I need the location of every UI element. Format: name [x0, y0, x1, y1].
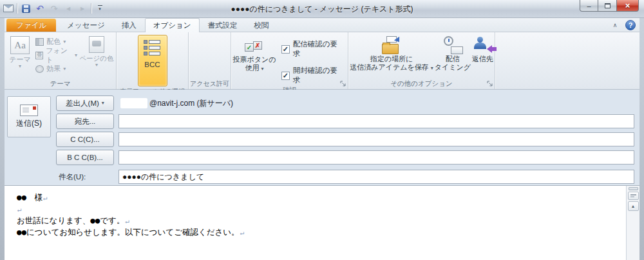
- delay-delivery-icon: [442, 36, 464, 54]
- ribbon-group-tracking: ✓ ✗ 投票ボタンの 使用 ▾ ✓ 配信確認の要求: [231, 32, 348, 89]
- from-button[interactable]: 差出人(M) ▾: [56, 95, 114, 111]
- chevron-down-icon: ▾: [19, 64, 21, 69]
- subject-row: 件名(U):: [56, 169, 634, 185]
- group-label-themes: テーマ: [6, 79, 115, 89]
- ribbon: Aa テーマ ▾ 配色 ▾ 亜 フォント: [5, 32, 639, 90]
- bcc-input[interactable]: [118, 150, 634, 165]
- delay-delivery-button[interactable]: 配信 タイミング: [435, 34, 470, 79]
- maximize-button[interactable]: [598, 0, 616, 12]
- cc-row: C C(C)...: [56, 132, 634, 147]
- bcc-icon: [144, 39, 162, 58]
- window-title: ●●●●の件につきまして - メッセージ (テキスト形式): [0, 4, 644, 15]
- ruler-toggle-icon[interactable]: [628, 192, 639, 200]
- message-body-editor[interactable]: ●● 様↵ ↵ お世話になります、●●です。↵ ●●についてお知らせします。以下…: [5, 186, 626, 260]
- delivery-receipt-checkbox[interactable]: ✓: [281, 45, 290, 54]
- theme-effects-button[interactable]: 効果 ▾: [34, 63, 79, 74]
- cc-button[interactable]: C C(C)...: [56, 132, 114, 147]
- theme-effects-icon: [35, 65, 44, 73]
- chevron-down-icon: ▾: [63, 39, 66, 45]
- send-button[interactable]: 送信(S): [7, 96, 51, 137]
- page-color-button[interactable]: ページの色 ▾: [79, 34, 115, 79]
- chevron-down-icon: ▾: [431, 65, 433, 71]
- group-label-permission: アクセス許可: [190, 79, 229, 89]
- theme-fonts-icon: 亜: [35, 52, 43, 59]
- chevron-down-icon: ▾: [63, 66, 66, 72]
- from-row: 差出人(M) ▾ @navit-j.com (新サーバ): [56, 95, 634, 111]
- ribbon-tab-row: ファイル メッセージ 挿入 オプション 書式設定 校閲 ∧ ?: [5, 18, 639, 32]
- voting-buttons-icon: ✓ ✗: [243, 37, 265, 54]
- cc-input[interactable]: [118, 132, 634, 146]
- ribbon-empty-space: [495, 32, 639, 89]
- from-account-redacted: [120, 98, 147, 108]
- return-mark-icon: ↵: [125, 217, 129, 225]
- tab-options[interactable]: オプション: [145, 18, 200, 32]
- page-color-icon: [89, 36, 104, 53]
- more-options-dialog-launcher-icon[interactable]: [486, 80, 494, 88]
- collapse-ribbon-icon[interactable]: ∧: [610, 22, 620, 28]
- delivery-receipt-checkbox-row[interactable]: ✓ 配信確認の要求: [281, 39, 344, 59]
- tracking-dialog-launcher-icon[interactable]: [339, 80, 347, 88]
- send-icon: [20, 105, 38, 116]
- bcc-row: B C C(B)...: [56, 150, 634, 165]
- body-line: お世話になります、●●です。↵: [17, 215, 621, 226]
- chevron-down-icon: ▾: [95, 63, 98, 68]
- body-line: ●● 様↵: [17, 192, 621, 203]
- ribbon-group-permission: アクセス許可: [189, 32, 231, 89]
- theme-colors-icon: [35, 38, 44, 46]
- to-button[interactable]: 宛先...: [56, 114, 114, 129]
- chevron-down-icon: ▾: [261, 66, 264, 72]
- delivery-receipt-label: 配信確認の要求: [293, 39, 344, 59]
- titlebar: ↶ ↷ ◀ ▶ ▾ ●●●●の件につきまして - メッセージ (テキスト形式) …: [0, 0, 644, 18]
- split-handle[interactable]: [629, 187, 638, 190]
- maximize-icon: [605, 3, 611, 8]
- close-button[interactable]: ×: [616, 0, 639, 12]
- to-row: 宛先...: [56, 114, 634, 129]
- help-icon[interactable]: ?: [625, 20, 636, 30]
- vertical-scrollbar[interactable]: ▲: [626, 186, 639, 260]
- body-line: ↵: [17, 203, 621, 215]
- chevron-down-icon: ▾: [102, 101, 104, 106]
- save-sent-item-button[interactable]: 指定の場所に 送信済みアイテムを保存 ▾: [348, 34, 435, 79]
- window-controls: – ×: [580, 0, 639, 12]
- tab-format[interactable]: 書式設定: [200, 19, 246, 32]
- message-header-form: 送信(S) 差出人(M) ▾ @navit-j.com (新サーバ) 宛先...: [5, 90, 639, 186]
- read-receipt-label: 開封確認の要求: [293, 66, 344, 85]
- scroll-up-icon[interactable]: ▲: [628, 201, 639, 211]
- body-line: ●●についてお知らせします。以下についてご確認ください。↵: [17, 226, 621, 238]
- themes-icon: Aa: [10, 36, 30, 54]
- return-mark-icon: ↵: [17, 205, 22, 214]
- ribbon-group-more-options: 指定の場所に 送信済みアイテムを保存 ▾ 配信 タイミング: [348, 32, 495, 89]
- ribbon-group-themes: Aa テーマ ▾ 配色 ▾ 亜 フォント: [5, 32, 117, 89]
- tab-review[interactable]: 校閲: [246, 19, 278, 32]
- voting-buttons-button[interactable]: ✓ ✗ 投票ボタンの 使用 ▾: [232, 34, 276, 85]
- tab-message[interactable]: メッセージ: [59, 19, 113, 32]
- ribbon-group-show-fields: BCC 表示フィールドの選択: [117, 32, 189, 89]
- message-window: ↶ ↷ ◀ ▶ ▾ ●●●●の件につきまして - メッセージ (テキスト形式) …: [0, 0, 644, 260]
- bcc-toggle-button[interactable]: BCC: [138, 35, 167, 86]
- to-input[interactable]: [118, 114, 634, 128]
- bcc-button[interactable]: B C C(B)...: [56, 150, 114, 165]
- direct-replies-icon: [473, 36, 492, 54]
- window-frame: ファイル メッセージ 挿入 オプション 書式設定 校閲 ∧ ? Aa: [0, 18, 644, 260]
- message-body-area: ●● 様↵ ↵ お世話になります、●●です。↵ ●●についてお知らせします。以下…: [5, 186, 639, 260]
- subject-label: 件名(U):: [56, 172, 114, 182]
- save-sent-item-icon: [381, 36, 402, 54]
- theme-fonts-button[interactable]: 亜 フォント ▾: [34, 50, 79, 61]
- from-value: @navit-j.com (新サーバ): [120, 98, 233, 109]
- tab-file[interactable]: ファイル: [6, 19, 56, 32]
- subject-input[interactable]: [118, 170, 634, 184]
- read-receipt-checkbox[interactable]: ✓: [281, 72, 290, 80]
- return-mark-icon: ↵: [43, 194, 48, 202]
- chevron-down-icon: ▾: [75, 53, 77, 58]
- group-label-more-options: その他のオプション: [350, 79, 493, 89]
- return-mark-icon: ↵: [240, 228, 245, 237]
- read-receipt-checkbox-row[interactable]: ✓ 開封確認の要求: [281, 66, 344, 85]
- direct-replies-button[interactable]: 返信先: [470, 34, 495, 79]
- tab-insert[interactable]: 挿入: [113, 19, 145, 32]
- themes-button[interactable]: Aa テーマ ▾: [6, 34, 34, 79]
- minimize-button[interactable]: –: [580, 0, 598, 12]
